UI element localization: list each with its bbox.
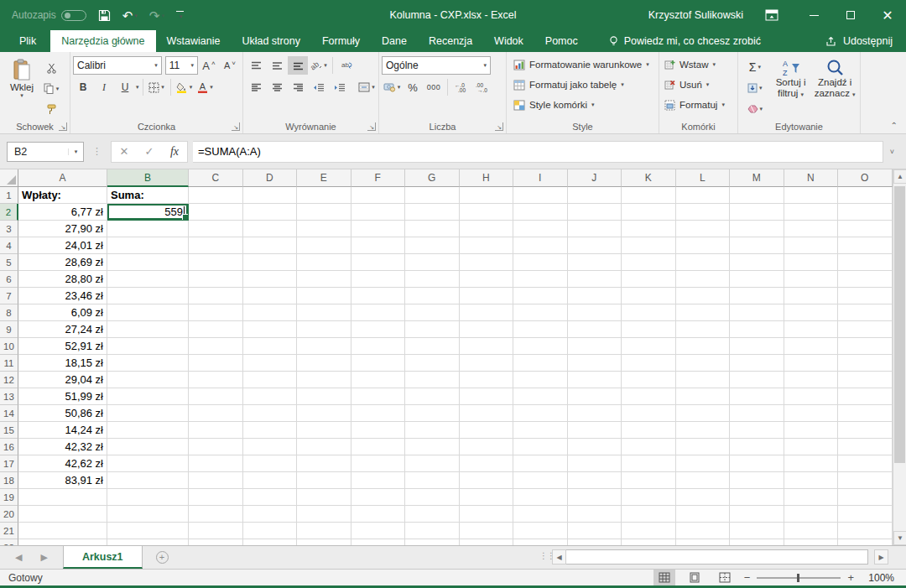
increase-font-button[interactable]: A˄ <box>199 56 219 75</box>
cell-M5[interactable] <box>730 254 784 271</box>
cell-I21[interactable] <box>513 523 568 539</box>
cell-E10[interactable] <box>297 338 351 355</box>
cell-A1[interactable]: Wpłaty: <box>18 187 107 204</box>
cell-F7[interactable] <box>351 288 406 304</box>
cell-M16[interactable] <box>730 439 784 455</box>
cell-B2[interactable]: 559 <box>107 204 189 221</box>
tab-uklad-strony[interactable]: Układ strony <box>231 30 310 52</box>
cell-M18[interactable] <box>730 472 784 489</box>
cell-L17[interactable] <box>676 455 731 472</box>
align-right-button[interactable] <box>288 78 308 96</box>
name-box[interactable]: B2 ▾ <box>7 142 84 162</box>
cell-G12[interactable] <box>405 372 460 388</box>
cell-N17[interactable] <box>784 455 839 472</box>
column-header-F[interactable]: F <box>351 169 406 187</box>
cell-B7[interactable] <box>107 288 189 304</box>
cell-N6[interactable] <box>784 271 839 288</box>
row-header-19[interactable]: 19 <box>0 489 18 506</box>
cell-I17[interactable] <box>513 455 568 472</box>
cell-J17[interactable] <box>568 455 622 472</box>
cell-A3[interactable]: 27,90 zł <box>18 221 107 237</box>
cell-G4[interactable] <box>405 237 460 254</box>
cell-I19[interactable] <box>513 489 568 506</box>
conditional-formatting-button[interactable]: Formatowanie warunkowe▾ <box>513 55 656 75</box>
cell-F18[interactable] <box>351 472 406 489</box>
cell-F20[interactable] <box>351 506 406 523</box>
cell-H11[interactable] <box>460 355 514 372</box>
cell-C15[interactable] <box>189 422 243 439</box>
cell-F2[interactable] <box>351 204 406 221</box>
find-select-button[interactable]: Znajdź izaznacz ▾ <box>812 55 857 118</box>
cell-J2[interactable] <box>568 204 622 221</box>
cell-B9[interactable] <box>107 321 189 338</box>
cell-O5[interactable] <box>838 254 893 271</box>
cell-A8[interactable]: 6,09 zł <box>18 304 107 321</box>
tab-formuly[interactable]: Formuły <box>311 30 371 52</box>
align-left-button[interactable] <box>246 78 266 96</box>
cell-J7[interactable] <box>568 288 622 304</box>
zoom-slider[interactable] <box>757 577 841 579</box>
cell-N19[interactable] <box>784 489 839 506</box>
cell-J5[interactable] <box>568 254 622 271</box>
cell-G19[interactable] <box>405 489 460 506</box>
cell-G13[interactable] <box>405 388 460 405</box>
zoom-out-button[interactable]: − <box>744 571 751 584</box>
cell-I3[interactable] <box>513 221 568 237</box>
cell-J6[interactable] <box>568 271 622 288</box>
cell-C19[interactable] <box>189 489 243 506</box>
cell-D1[interactable] <box>243 187 298 204</box>
cell-J21[interactable] <box>568 523 622 539</box>
middle-align-button[interactable] <box>267 56 287 75</box>
autosave-control[interactable]: Autozapis <box>12 9 86 21</box>
copy-dropdown-icon[interactable]: ▾ <box>56 86 60 92</box>
cell-C10[interactable] <box>189 338 243 355</box>
cell-F5[interactable] <box>351 254 406 271</box>
new-sheet-button[interactable]: + <box>156 546 169 569</box>
cell-O21[interactable] <box>838 523 893 539</box>
cell-A6[interactable]: 28,80 zł <box>18 271 107 288</box>
clear-dropdown-icon[interactable]: ▾ <box>760 106 763 112</box>
cell-E12[interactable] <box>297 372 351 388</box>
cell-M21[interactable] <box>730 523 784 539</box>
cell-H16[interactable] <box>460 439 514 455</box>
insert-function-button[interactable]: fx <box>162 142 187 162</box>
cell-N13[interactable] <box>784 388 839 405</box>
comma-style-button[interactable]: 000 <box>424 78 444 96</box>
horizontal-scrollbar[interactable]: ◀ <box>552 549 868 565</box>
cell-O3[interactable] <box>838 221 893 237</box>
column-header-E[interactable]: E <box>297 169 351 187</box>
vertical-scroll-thumb[interactable] <box>894 186 905 463</box>
horizontal-scroll-thumb[interactable] <box>566 549 868 565</box>
cell-B18[interactable] <box>107 472 189 489</box>
cell-N11[interactable] <box>784 355 839 372</box>
cell-I12[interactable] <box>513 372 568 388</box>
cell-D15[interactable] <box>243 422 298 439</box>
format-cells-button[interactable]: Formatuj▾ <box>664 95 735 115</box>
accounting-dropdown-icon[interactable]: ▾ <box>398 84 401 91</box>
zoom-slider-handle[interactable] <box>797 574 799 582</box>
scroll-right-icon[interactable]: ▶ <box>874 549 888 565</box>
tab-widok[interactable]: Widok <box>483 30 534 52</box>
row-header-12[interactable]: 12 <box>0 372 18 388</box>
cell-A22[interactable] <box>18 539 107 545</box>
cell-I2[interactable] <box>513 204 568 221</box>
cell-O16[interactable] <box>838 439 893 455</box>
cell-G18[interactable] <box>405 472 460 489</box>
ribbon-display-options-button[interactable] <box>765 9 778 21</box>
autosum-button[interactable]: Σ▾ <box>741 58 769 76</box>
cell-F9[interactable] <box>351 321 406 338</box>
borders-button[interactable]: ▾ <box>147 78 167 96</box>
font-color-dropdown-icon[interactable]: ▾ <box>210 84 213 91</box>
cell-K15[interactable] <box>622 422 676 439</box>
cell-G9[interactable] <box>405 321 460 338</box>
row-header-1[interactable]: 1 <box>0 187 18 204</box>
cell-N15[interactable] <box>784 422 839 439</box>
cell-L5[interactable] <box>676 254 731 271</box>
row-header-2[interactable]: 2 <box>0 204 18 221</box>
cell-D13[interactable] <box>243 388 298 405</box>
cell-H17[interactable] <box>460 455 514 472</box>
cell-N2[interactable] <box>784 204 839 221</box>
cell-L16[interactable] <box>676 439 731 455</box>
cell-N12[interactable] <box>784 372 839 388</box>
cell-C3[interactable] <box>189 221 243 237</box>
